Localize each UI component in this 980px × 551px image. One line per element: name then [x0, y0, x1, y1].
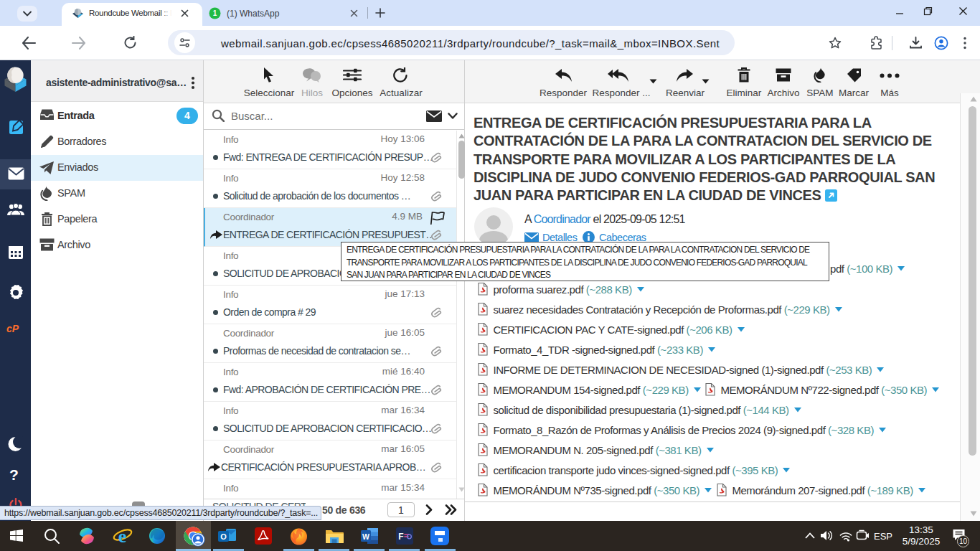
svg-text:e: e	[118, 526, 127, 546]
svg-text:W: W	[362, 532, 369, 541]
svg-text:F: F	[398, 532, 403, 542]
svg-text:O: O	[220, 532, 227, 541]
svg-text:1: 1	[213, 9, 217, 17]
